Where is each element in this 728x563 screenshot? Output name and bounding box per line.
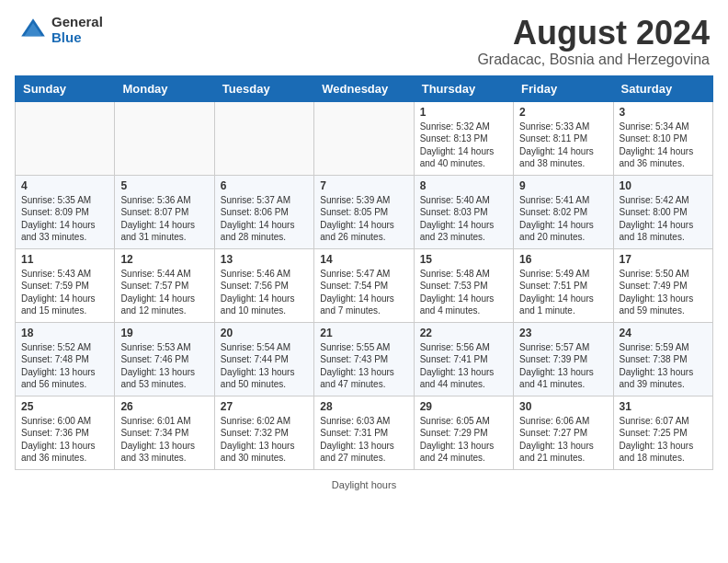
day-number: 13: [221, 253, 308, 266]
day-number: 30: [519, 400, 607, 413]
calendar-cell: 28Sunrise: 6:03 AM Sunset: 7:31 PM Dayli…: [314, 396, 414, 469]
calendar-cell: 24Sunrise: 5:59 AM Sunset: 7:38 PM Dayli…: [613, 322, 712, 396]
logo-icon: [18, 16, 48, 45]
day-content: Sunrise: 5:47 AM Sunset: 7:54 PM Dayligh…: [320, 268, 407, 317]
calendar-header-row: SundayMondayTuesdayWednesdayThursdayFrid…: [16, 75, 713, 101]
calendar-cell: 2Sunrise: 5:33 AM Sunset: 8:11 PM Daylig…: [514, 101, 613, 175]
day-content: Sunrise: 5:42 AM Sunset: 8:00 PM Dayligh…: [620, 194, 707, 244]
day-number: 15: [420, 253, 507, 266]
day-number: 23: [519, 327, 607, 339]
day-content: Sunrise: 5:57 AM Sunset: 7:39 PM Dayligh…: [519, 341, 607, 391]
day-content: Sunrise: 5:39 AM Sunset: 8:05 PM Dayligh…: [320, 194, 407, 244]
calendar-cell: 8Sunrise: 5:40 AM Sunset: 8:03 PM Daylig…: [414, 175, 513, 248]
day-number: 28: [320, 400, 407, 413]
calendar-cell: [115, 101, 214, 175]
day-number: 7: [320, 179, 407, 192]
calendar-cell: 29Sunrise: 6:05 AM Sunset: 7:29 PM Dayli…: [414, 396, 513, 469]
location-subtitle: Gradacac, Bosnia and Herzegovina: [477, 52, 710, 68]
calendar-cell: 4Sunrise: 5:35 AM Sunset: 8:09 PM Daylig…: [16, 175, 115, 248]
calendar-cell: 31Sunrise: 6:07 AM Sunset: 7:25 PM Dayli…: [613, 396, 712, 469]
calendar-cell: 10Sunrise: 5:42 AM Sunset: 8:00 PM Dayli…: [613, 175, 712, 248]
day-number: 27: [221, 400, 308, 413]
day-content: Sunrise: 5:32 AM Sunset: 8:13 PM Dayligh…: [420, 121, 507, 170]
day-number: 21: [320, 327, 407, 339]
day-content: Sunrise: 6:03 AM Sunset: 7:31 PM Dayligh…: [320, 415, 407, 465]
logo: General Blue: [18, 15, 103, 45]
calendar-day-header: Wednesday: [314, 75, 414, 101]
day-number: 26: [120, 400, 208, 413]
day-number: 9: [519, 179, 607, 192]
day-content: Sunrise: 5:44 AM Sunset: 7:57 PM Dayligh…: [120, 268, 208, 317]
day-content: Sunrise: 5:41 AM Sunset: 8:02 PM Dayligh…: [519, 194, 607, 244]
day-number: 12: [120, 253, 208, 266]
calendar-cell: 22Sunrise: 5:56 AM Sunset: 7:41 PM Dayli…: [414, 322, 513, 396]
calendar-cell: 20Sunrise: 5:54 AM Sunset: 7:44 PM Dayli…: [214, 322, 313, 396]
calendar-day-header: Thursday: [414, 75, 513, 101]
day-content: Sunrise: 5:46 AM Sunset: 7:56 PM Dayligh…: [221, 268, 308, 317]
day-number: 19: [120, 327, 208, 339]
day-content: Sunrise: 5:55 AM Sunset: 7:43 PM Dayligh…: [320, 341, 407, 391]
calendar-cell: 6Sunrise: 5:37 AM Sunset: 8:06 PM Daylig…: [214, 175, 313, 248]
day-number: 22: [420, 327, 507, 339]
day-content: Sunrise: 6:05 AM Sunset: 7:29 PM Dayligh…: [420, 415, 507, 465]
day-content: Sunrise: 5:50 AM Sunset: 7:49 PM Dayligh…: [620, 268, 707, 317]
day-content: Sunrise: 5:33 AM Sunset: 8:11 PM Dayligh…: [519, 121, 607, 170]
day-number: 16: [519, 253, 607, 266]
logo-text: General Blue: [51, 15, 103, 45]
calendar-day-header: Saturday: [613, 75, 712, 101]
calendar-wrapper: SundayMondayTuesdayWednesdayThursdayFrid…: [0, 75, 728, 474]
calendar-cell: 14Sunrise: 5:47 AM Sunset: 7:54 PM Dayli…: [314, 248, 414, 322]
calendar-cell: 9Sunrise: 5:41 AM Sunset: 8:02 PM Daylig…: [514, 175, 613, 248]
day-content: Sunrise: 5:49 AM Sunset: 7:51 PM Dayligh…: [519, 268, 607, 317]
calendar-week-row: 4Sunrise: 5:35 AM Sunset: 8:09 PM Daylig…: [16, 175, 713, 248]
day-number: 6: [221, 179, 308, 192]
day-content: Sunrise: 5:36 AM Sunset: 8:07 PM Dayligh…: [120, 194, 208, 244]
month-title: August 2024: [477, 15, 710, 52]
day-content: Sunrise: 5:54 AM Sunset: 7:44 PM Dayligh…: [221, 341, 308, 391]
calendar-cell: 11Sunrise: 5:43 AM Sunset: 7:59 PM Dayli…: [16, 248, 115, 322]
calendar-day-header: Monday: [115, 75, 214, 101]
calendar-week-row: 1Sunrise: 5:32 AM Sunset: 8:13 PM Daylig…: [16, 101, 713, 175]
calendar-cell: 12Sunrise: 5:44 AM Sunset: 7:57 PM Dayli…: [115, 248, 214, 322]
day-number: 25: [21, 400, 108, 413]
day-number: 18: [21, 327, 108, 339]
day-number: 24: [620, 327, 707, 339]
day-content: Sunrise: 5:53 AM Sunset: 7:46 PM Dayligh…: [120, 341, 208, 391]
day-number: 2: [519, 106, 607, 119]
day-number: 20: [221, 327, 308, 339]
day-number: 5: [120, 179, 208, 192]
day-content: Sunrise: 6:01 AM Sunset: 7:34 PM Dayligh…: [120, 415, 208, 465]
day-content: Sunrise: 5:34 AM Sunset: 8:10 PM Dayligh…: [620, 121, 707, 170]
calendar-cell: [16, 101, 115, 175]
day-content: Sunrise: 5:56 AM Sunset: 7:41 PM Dayligh…: [420, 341, 507, 391]
calendar-cell: 23Sunrise: 5:57 AM Sunset: 7:39 PM Dayli…: [514, 322, 613, 396]
calendar-cell: 3Sunrise: 5:34 AM Sunset: 8:10 PM Daylig…: [613, 101, 712, 175]
calendar-cell: [314, 101, 414, 175]
day-number: 4: [21, 179, 108, 192]
page-header: General Blue August 2024 Gradacac, Bosni…: [0, 0, 728, 75]
calendar-week-row: 11Sunrise: 5:43 AM Sunset: 7:59 PM Dayli…: [16, 248, 713, 322]
day-number: 3: [620, 106, 707, 119]
calendar-week-row: 25Sunrise: 6:00 AM Sunset: 7:36 PM Dayli…: [16, 396, 713, 469]
day-content: Sunrise: 5:40 AM Sunset: 8:03 PM Dayligh…: [420, 194, 507, 244]
logo-blue-text: Blue: [51, 30, 103, 46]
calendar-cell: 17Sunrise: 5:50 AM Sunset: 7:49 PM Dayli…: [613, 248, 712, 322]
calendar-cell: 13Sunrise: 5:46 AM Sunset: 7:56 PM Dayli…: [214, 248, 313, 322]
calendar-cell: 25Sunrise: 6:00 AM Sunset: 7:36 PM Dayli…: [16, 396, 115, 469]
calendar-table: SundayMondayTuesdayWednesdayThursdayFrid…: [15, 75, 713, 470]
logo-general-text: General: [51, 15, 103, 30]
calendar-day-header: Sunday: [16, 75, 115, 101]
day-content: Sunrise: 6:00 AM Sunset: 7:36 PM Dayligh…: [21, 415, 108, 465]
calendar-cell: 26Sunrise: 6:01 AM Sunset: 7:34 PM Dayli…: [115, 396, 214, 469]
calendar-day-header: Friday: [514, 75, 613, 101]
calendar-cell: 30Sunrise: 6:06 AM Sunset: 7:27 PM Dayli…: [514, 396, 613, 469]
day-content: Sunrise: 5:43 AM Sunset: 7:59 PM Dayligh…: [21, 268, 108, 317]
calendar-week-row: 18Sunrise: 5:52 AM Sunset: 7:48 PM Dayli…: [16, 322, 713, 396]
day-number: 17: [620, 253, 707, 266]
calendar-cell: 15Sunrise: 5:48 AM Sunset: 7:53 PM Dayli…: [414, 248, 513, 322]
footer-note: Daylight hours: [0, 474, 728, 494]
calendar-day-header: Tuesday: [214, 75, 313, 101]
calendar-cell: 1Sunrise: 5:32 AM Sunset: 8:13 PM Daylig…: [414, 101, 513, 175]
day-content: Sunrise: 5:59 AM Sunset: 7:38 PM Dayligh…: [620, 341, 707, 391]
day-number: 1: [420, 106, 507, 119]
